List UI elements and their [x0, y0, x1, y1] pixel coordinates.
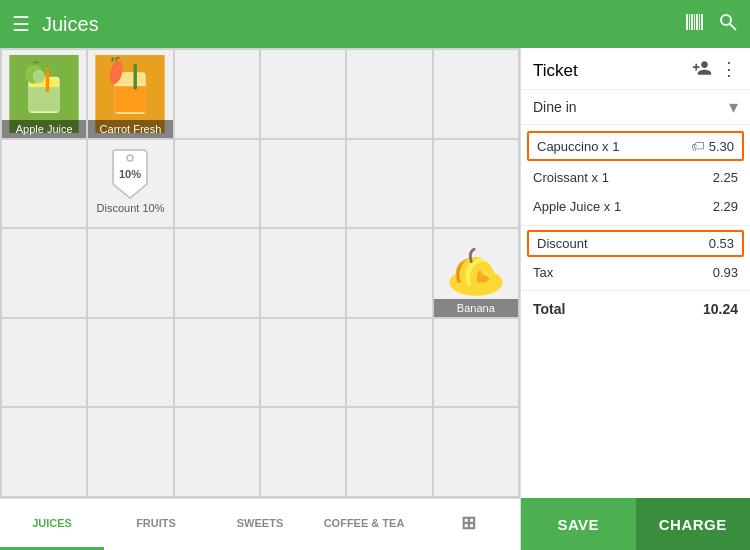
grid-cell[interactable] [347, 140, 431, 228]
grid-cell[interactable] [261, 319, 345, 407]
carrot-fresh-card[interactable]: Carrot Fresh [88, 50, 172, 138]
save-button[interactable]: SAVE [521, 498, 636, 550]
dine-in-row[interactable]: Dine in ▾ [521, 90, 750, 125]
more-options-icon[interactable]: ⋮ [720, 58, 738, 83]
tax-row: Tax 0.93 [521, 259, 750, 286]
ticket-item-croissant[interactable]: Croissant x 1 2.25 [521, 163, 750, 192]
grid-cell[interactable] [434, 140, 518, 228]
grid-cell[interactable] [261, 140, 345, 228]
main-content: Apple Juice [0, 48, 750, 550]
charge-button[interactable]: CHARGE [636, 498, 751, 550]
grid-cell[interactable] [261, 229, 345, 317]
ticket-footer: SAVE CHARGE [521, 498, 750, 550]
grid-cell[interactable]: 10% Discount 10% [88, 140, 172, 228]
banana-card[interactable]: Banana [434, 229, 518, 317]
grid-cell[interactable] [2, 229, 86, 317]
left-panel: Apple Juice [0, 48, 520, 550]
capuccino-name: Capuccino x 1 [537, 139, 691, 154]
product-grid: Apple Juice [0, 48, 520, 498]
grid-cell[interactable] [88, 408, 172, 496]
total-label: Total [533, 301, 703, 317]
ticket-header: Ticket ⋮ [521, 48, 750, 90]
ticket-icons: ⋮ [692, 58, 738, 83]
ticket-item-capuccino[interactable]: Capuccino x 1 🏷 5.30 [527, 131, 744, 161]
grid-cell[interactable] [434, 50, 518, 138]
grid-cell[interactable] [261, 408, 345, 496]
discount-card-label: Discount 10% [97, 202, 165, 214]
svg-rect-12 [29, 87, 60, 111]
grid-cell[interactable]: Carrot Fresh [88, 50, 172, 138]
grid-cell[interactable] [2, 140, 86, 228]
apple-juice-price: 2.29 [713, 199, 738, 214]
search-icon[interactable] [718, 12, 738, 37]
tab-juices[interactable]: JUICES [0, 499, 104, 550]
app-header: ☰ Juices [0, 0, 750, 48]
tab-coffee-tea[interactable]: COFFEE & TEA [312, 499, 416, 550]
dine-in-label: Dine in [533, 99, 729, 115]
discount-label: Discount [537, 236, 709, 251]
discount-row[interactable]: Discount 0.53 [527, 230, 744, 257]
tag-icon: 🏷 [691, 138, 705, 154]
grid-cell[interactable] [347, 229, 431, 317]
grid-cell[interactable] [2, 408, 86, 496]
page-title: Juices [42, 13, 672, 36]
svg-rect-2 [691, 14, 693, 30]
svg-rect-3 [694, 14, 695, 30]
tab-fruits[interactable]: FRUITS [104, 499, 208, 550]
grid-cell[interactable] [347, 50, 431, 138]
grid-cell[interactable]: Banana [434, 229, 518, 317]
grid-cell[interactable] [434, 408, 518, 496]
apple-juice-name: Apple Juice x 1 [533, 199, 713, 214]
tab-sweets[interactable]: SWEETS [208, 499, 312, 550]
ticket-title: Ticket [533, 61, 692, 81]
svg-rect-4 [696, 14, 698, 30]
tax-label: Tax [533, 265, 713, 280]
add-person-icon[interactable] [692, 58, 712, 83]
svg-rect-1 [689, 14, 690, 30]
barcode-icon[interactable] [684, 11, 706, 38]
grid-cell[interactable] [347, 408, 431, 496]
grid-cell[interactable] [175, 319, 259, 407]
svg-text:10%: 10% [119, 168, 141, 180]
svg-rect-0 [686, 14, 688, 30]
svg-rect-13 [46, 68, 49, 92]
svg-rect-5 [699, 14, 700, 30]
croissant-price: 2.25 [713, 170, 738, 185]
grid-cell[interactable] [175, 50, 259, 138]
grid-cell[interactable] [175, 229, 259, 317]
grid-cell[interactable] [2, 319, 86, 407]
grid-cell[interactable] [434, 319, 518, 407]
svg-line-8 [730, 24, 736, 30]
grid-cell[interactable] [88, 319, 172, 407]
ticket-items: Capuccino x 1 🏷 5.30 Croissant x 1 2.25 … [521, 125, 750, 498]
bottom-tabs: JUICES FRUITS SWEETS COFFEE & TEA ⊞ [0, 498, 520, 550]
grid-cell[interactable] [88, 229, 172, 317]
apple-juice-card[interactable]: Apple Juice [2, 50, 86, 138]
svg-point-7 [721, 15, 731, 25]
menu-icon[interactable]: ☰ [12, 12, 30, 36]
svg-rect-20 [134, 63, 137, 89]
svg-rect-6 [701, 14, 703, 30]
capuccino-price: 5.30 [709, 139, 734, 154]
ticket-item-apple-juice[interactable]: Apple Juice x 1 2.29 [521, 192, 750, 221]
svg-rect-18 [115, 86, 146, 112]
product-name-label: Banana [434, 299, 518, 317]
dine-in-dropdown-icon: ▾ [729, 96, 738, 118]
svg-point-15 [33, 70, 45, 84]
total-value: 10.24 [703, 301, 738, 317]
tax-value: 0.93 [713, 265, 738, 280]
grid-view-icon: ⊞ [461, 512, 476, 534]
product-name-label: Apple Juice [2, 120, 86, 138]
discount-card[interactable]: 10% Discount 10% [88, 140, 172, 228]
grid-cell[interactable] [261, 50, 345, 138]
croissant-name: Croissant x 1 [533, 170, 713, 185]
ticket-panel: Ticket ⋮ Dine in ▾ Capuccino x 1 🏷 5.30 [520, 48, 750, 550]
grid-cell[interactable]: Apple Juice [2, 50, 86, 138]
total-row: Total 10.24 [521, 295, 750, 323]
product-name-label: Carrot Fresh [88, 120, 172, 138]
grid-cell[interactable] [175, 408, 259, 496]
grid-cell[interactable] [175, 140, 259, 228]
grid-cell[interactable] [347, 319, 431, 407]
discount-value: 0.53 [709, 236, 734, 251]
tab-grid-view[interactable]: ⊞ [416, 499, 520, 550]
